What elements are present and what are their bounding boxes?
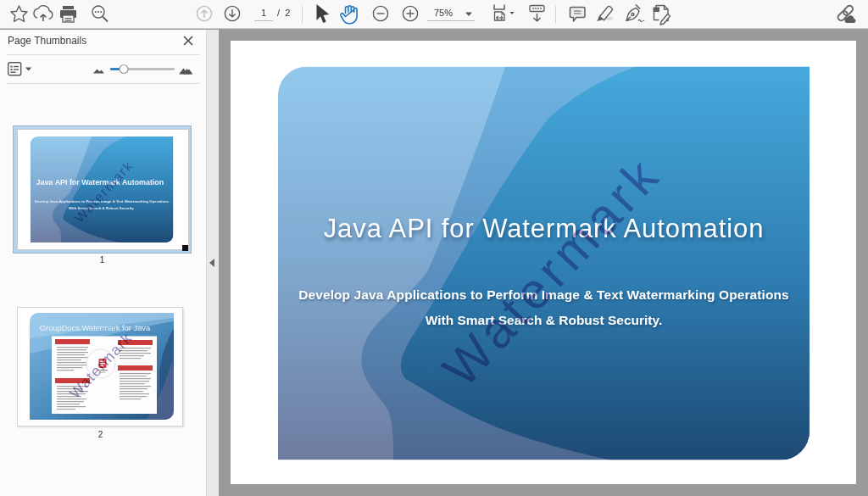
svg-text:GroupDocs.Watermark for Java: GroupDocs.Watermark for Java (40, 324, 151, 332)
svg-text:Watermark: Watermark (432, 145, 672, 397)
